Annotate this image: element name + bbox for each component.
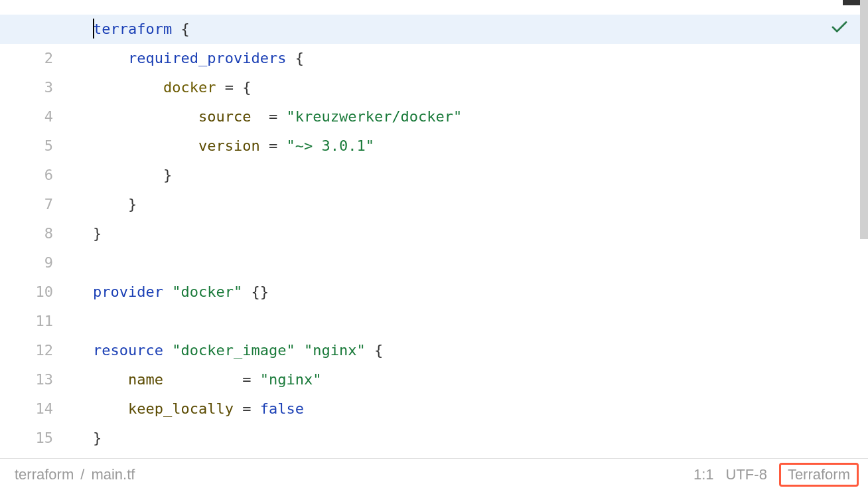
token-whitespace: [251, 108, 269, 125]
token-string: "nginx": [304, 342, 366, 359]
code-line[interactable]: required_providers {: [66, 44, 868, 73]
token-keyword: terraform: [93, 21, 172, 37]
line-number: 9: [0, 248, 53, 278]
line-number: 4: [0, 102, 53, 131]
line-number: 6: [0, 161, 53, 190]
token-punct: }: [93, 430, 102, 446]
token-punct: {: [295, 50, 304, 66]
code-line[interactable]: }: [66, 424, 868, 453]
line-number: 14: [0, 394, 53, 424]
token-whitespace: [172, 21, 181, 37]
token-whitespace: [295, 342, 304, 359]
token-punct: {: [181, 21, 189, 37]
code-line[interactable]: resource "docker_image" "nginx" {: [66, 336, 868, 365]
token-string: "kreuzwerker/docker": [286, 108, 462, 125]
token-whitespace: [163, 342, 172, 359]
code-line[interactable]: }: [66, 161, 868, 190]
token-punct: {}: [251, 284, 269, 300]
code-line[interactable]: docker = {: [66, 73, 868, 102]
token-whitespace: [163, 284, 172, 300]
breadcrumb-separator: /: [80, 466, 84, 483]
token-whitespace: [163, 371, 242, 388]
token-punct: {: [374, 342, 383, 359]
validation-checkmark-icon: [830, 17, 849, 41]
language-indicator[interactable]: Terraform: [779, 463, 859, 487]
vertical-scrollbar[interactable]: [860, 0, 868, 239]
token-punct: }: [93, 225, 102, 242]
token-whitespace: [242, 284, 251, 300]
line-number: 5: [0, 131, 53, 161]
encoding-indicator[interactable]: UTF-8: [726, 466, 767, 483]
code-line[interactable]: [66, 248, 868, 278]
token-punct: =: [225, 79, 234, 96]
token-ident: docker: [163, 79, 216, 96]
status-bar: terraform / main.tf 1:1 UTF-8 Terraform: [0, 458, 868, 490]
line-number: 7: [0, 190, 53, 219]
token-whitespace: [251, 400, 259, 417]
top-notch: [843, 0, 860, 5]
line-number: 3: [0, 73, 53, 102]
token-string: "nginx": [260, 371, 322, 388]
token-keyword: resource: [93, 342, 163, 359]
token-attr: keep_locally: [128, 400, 234, 417]
line-number: 11: [0, 307, 53, 336]
token-attr: source: [198, 108, 251, 125]
token-whitespace: [286, 50, 295, 66]
token-punct: =: [242, 400, 251, 417]
breadcrumb-folder[interactable]: terraform: [15, 466, 74, 483]
text-cursor: [93, 19, 94, 39]
code-line[interactable]: }: [66, 219, 868, 248]
code-line[interactable]: provider "docker" {}: [66, 278, 868, 307]
line-number: 13: [0, 365, 53, 394]
code-line[interactable]: keep_locally = false: [66, 394, 868, 424]
token-attr: version: [198, 137, 260, 154]
line-number: 2: [0, 44, 53, 73]
line-number: 10: [0, 278, 53, 307]
token-whitespace: [216, 79, 224, 96]
code-line[interactable]: name = "nginx": [66, 365, 868, 394]
token-keyword: required_providers: [128, 50, 286, 66]
token-punct: }: [128, 196, 137, 212]
code-line[interactable]: [66, 307, 868, 336]
token-whitespace: [251, 371, 259, 388]
token-whitespace: [366, 342, 374, 359]
code-line[interactable]: source = "kreuzwerker/docker": [66, 102, 868, 131]
editor-body: 123456789101112131415 terraform { requir…: [0, 0, 868, 458]
token-string: "~> 3.0.1": [286, 137, 374, 154]
token-string: "docker": [172, 284, 242, 300]
breadcrumb-file[interactable]: main.tf: [91, 466, 135, 483]
token-punct: =: [242, 371, 251, 388]
breadcrumb[interactable]: terraform / main.tf: [15, 466, 135, 483]
line-number: 15: [0, 424, 53, 453]
token-whitespace: [260, 137, 269, 154]
line-number: 12: [0, 336, 53, 365]
token-whitespace: [277, 137, 286, 154]
code-line[interactable]: }: [66, 190, 868, 219]
token-whitespace: [277, 108, 286, 125]
code-area[interactable]: terraform { required_providers { docker …: [66, 0, 868, 458]
token-whitespace: [234, 400, 242, 417]
code-line[interactable]: version = "~> 3.0.1": [66, 131, 868, 161]
token-bool: false: [260, 400, 304, 417]
token-punct: }: [163, 167, 172, 183]
token-punct: =: [269, 137, 277, 154]
cursor-position[interactable]: 1:1: [693, 466, 714, 483]
code-line[interactable]: terraform {: [66, 15, 868, 44]
token-keyword: provider: [93, 284, 163, 300]
token-punct: {: [242, 79, 251, 96]
token-punct: =: [269, 108, 277, 125]
token-whitespace: [234, 79, 242, 96]
line-number: 8: [0, 219, 53, 248]
line-number-gutter: 123456789101112131415: [0, 0, 66, 458]
token-string: "docker_image": [172, 342, 295, 359]
token-attr: name: [128, 371, 163, 388]
